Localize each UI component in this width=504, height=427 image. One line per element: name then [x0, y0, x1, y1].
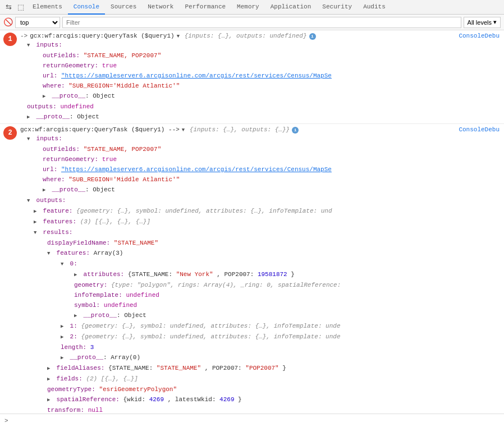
- console-prompt: >: [0, 414, 504, 427]
- spatial-ref-line: spatialReference: {wkid: 4269 , latestWk…: [20, 394, 504, 405]
- prompt-arrow: >: [4, 417, 8, 424]
- inputs-label-2: inputs:: [36, 135, 62, 142]
- transform-line: transform: null: [20, 405, 504, 414]
- info-icon-1[interactable]: i: [309, 33, 316, 40]
- geometry-type-line: geometryType: "esriGeometryPolygon": [20, 384, 504, 394]
- geometry-line: geometry: {type: "polygon", rings: Array…: [20, 280, 504, 290]
- context-selector[interactable]: top: [15, 17, 60, 28]
- console-output: 1 -> gcx:wf:arcgis:query:QueryTask ($que…: [0, 30, 504, 414]
- proto-entry1: __proto__: Object: [20, 112, 504, 122]
- levels-button[interactable]: All levels ▾: [464, 17, 501, 28]
- devtools-icon-1[interactable]: ⇆: [2, 1, 15, 13]
- length-line: length: 3: [20, 342, 504, 352]
- devtools-icon-2[interactable]: ⬚: [15, 1, 27, 13]
- proto-expand-1[interactable]: [27, 112, 33, 122]
- proto-array-line: __proto__: Array(0): [20, 352, 504, 363]
- outputs-expand-2[interactable]: [27, 196, 33, 206]
- proto-expand-inputs-1[interactable]: [43, 91, 48, 102]
- tab-elements[interactable]: Elements: [27, 0, 68, 15]
- features-line: features: (3) [{…}, {…}, {…}]: [20, 217, 504, 227]
- infotemplate-line: infoTemplate: undefined: [20, 290, 504, 300]
- item-2-line: 2: {geometry: {…}, symbol: undefined, at…: [20, 332, 504, 342]
- entry-header-2: gcx:wf:arcgis:query:QueryTask ($query1) …: [20, 125, 504, 134]
- item-0-expand[interactable]: [61, 259, 66, 269]
- item-1-line: 1: {geometry: {…}, symbol: undefined, at…: [20, 321, 504, 332]
- tab-security[interactable]: Security: [317, 0, 358, 15]
- features-expand[interactable]: [34, 217, 39, 227]
- inputs-block-2: inputs:: [20, 134, 504, 144]
- console-entry-2: 2 gcx:wf:arcgis:query:QueryTask ($query1…: [0, 124, 504, 414]
- tab-memory[interactable]: Memory: [231, 0, 265, 15]
- entry-body-2: gcx:wf:arcgis:query:QueryTask ($query1) …: [20, 125, 504, 414]
- expand-arrow-1[interactable]: [177, 34, 182, 39]
- url-1: url: "https://sampleserver6.arcgisonline…: [20, 71, 504, 81]
- outfields-1: outFields: "STATE_NAME, POP2007": [20, 50, 504, 61]
- clear-console-icon[interactable]: 🚫: [3, 17, 13, 27]
- levels-chevron-icon: ▾: [493, 19, 497, 26]
- source-link-2[interactable]: ConsoleDebu: [459, 126, 504, 133]
- tab-network[interactable]: Network: [142, 0, 179, 15]
- entry-badge-1: 1: [3, 33, 17, 46]
- proto-item0: __proto__: Object: [20, 310, 504, 321]
- devtools-tab-bar: ⇆ ⬚ Elements Console Sources Network Per…: [0, 0, 504, 15]
- entry-body-1: -> gcx:wf:arcgis:query:QueryTask ($query…: [20, 31, 504, 122]
- outfields-2: outFields: "STATE_NAME, POP2007": [20, 144, 504, 154]
- outputs-block-2: outputs:: [20, 195, 504, 206]
- results-label: results:: [43, 229, 73, 236]
- task-name-2: gcx:wf:arcgis:query:QueryTask ($query1) …: [20, 126, 180, 133]
- fields-line: fields: (2) [{…}, {…}]: [20, 374, 504, 384]
- inputs-block-1: inputs:: [20, 40, 504, 50]
- where-1: where: "SUB_REGION='Middle Atlantic'": [20, 81, 504, 91]
- results-expand[interactable]: [34, 228, 39, 238]
- attributes-expand[interactable]: [74, 270, 80, 280]
- task-name-1: gcx:wf:arcgis:query:QueryTask ($query1): [30, 33, 174, 39]
- proto-expand-inputs-2[interactable]: [43, 185, 48, 195]
- inputs-expand-2[interactable]: [27, 134, 33, 144]
- item-2-expand[interactable]: [61, 332, 66, 342]
- arrow-1: ->: [20, 33, 28, 39]
- proto-array-expand[interactable]: [61, 353, 66, 363]
- returngeometry-1: returnGeometry: true: [20, 61, 504, 71]
- item-0-block: 0:: [20, 259, 504, 269]
- tab-console[interactable]: Console: [68, 0, 105, 15]
- attributes-line: attributes: {STATE_NAME: "New York" , PO…: [20, 269, 504, 280]
- proto-item0-expand[interactable]: [74, 311, 80, 321]
- proto-inputs-2: __proto__: Object: [20, 185, 504, 195]
- spatial-expand[interactable]: [47, 395, 53, 405]
- tab-performance[interactable]: Performance: [179, 0, 231, 15]
- feature-line: feature: {geometry: {…}, symbol: undefin…: [20, 206, 504, 217]
- entry-badge-2: 2: [3, 126, 17, 140]
- url-2: url: "https://sampleserver6.arcgisonline…: [20, 164, 504, 175]
- item-1-expand[interactable]: [61, 322, 66, 332]
- url-link-2[interactable]: "https://sampleserver6.arcgisonline.com/…: [61, 166, 332, 173]
- results-block: results:: [20, 227, 504, 238]
- returngeometry-2: returnGeometry: true: [20, 154, 504, 164]
- entry-summary-1: {inputs: {…}, outputs: undefined}: [185, 33, 307, 39]
- console-toolbar: 🚫 top All levels ▾: [0, 15, 504, 30]
- expand-arrow-2[interactable]: [182, 127, 187, 133]
- tab-audits[interactable]: Audits: [358, 0, 391, 15]
- entry-summary-2: {inputs: {…}, outputs: {…}}: [190, 126, 290, 133]
- url-link-1[interactable]: "https://sampleserver6.arcgisonline.com/…: [61, 72, 332, 79]
- fields-expand[interactable]: [47, 374, 53, 384]
- console-entry-1: 1 -> gcx:wf:arcgis:query:QueryTask ($que…: [0, 30, 504, 124]
- tab-application[interactable]: Application: [265, 0, 317, 15]
- levels-label: All levels: [468, 19, 492, 26]
- features-array-expand[interactable]: [47, 249, 53, 259]
- symbol-line: symbol: undefined: [20, 300, 504, 310]
- features-array-block: features: Array(3): [20, 248, 504, 259]
- outputs-label-2: outputs:: [36, 197, 66, 204]
- display-field: displayFieldName: "STATE_NAME": [20, 238, 504, 248]
- feature-expand[interactable]: [34, 206, 39, 217]
- outputs-1: outputs: undefined: [20, 102, 504, 112]
- info-icon-2[interactable]: i: [292, 127, 299, 134]
- inputs-expand-1[interactable]: [27, 40, 33, 50]
- entry-header-1: -> gcx:wf:arcgis:query:QueryTask ($query…: [20, 31, 504, 40]
- inputs-label-1: inputs:: [36, 42, 62, 48]
- source-link-1[interactable]: ConsoleDebu: [459, 33, 504, 39]
- console-input[interactable]: [8, 417, 500, 424]
- field-aliases-expand[interactable]: [47, 364, 53, 374]
- tab-sources[interactable]: Sources: [105, 0, 142, 15]
- filter-input[interactable]: [62, 17, 461, 28]
- proto-inputs-1: __proto__: Object: [20, 91, 504, 102]
